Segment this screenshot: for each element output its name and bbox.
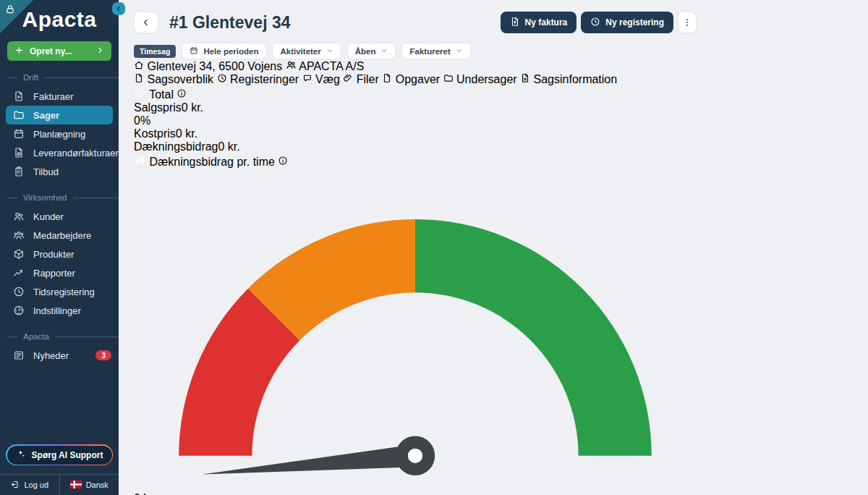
sidebar-item-tidsregistering[interactable]: Tidsregistering — [0, 282, 119, 301]
ai-support-button[interactable]: Spørg AI Support — [7, 446, 112, 465]
sidebar-item-planlaegning[interactable]: Planlægning — [0, 124, 119, 143]
clock-icon — [13, 286, 25, 297]
card-title: Total — [149, 88, 174, 101]
new-invoice-button[interactable]: Ny faktura — [501, 12, 577, 33]
tab-sagsoverblik[interactable]: Sagsoverblik — [134, 73, 217, 85]
sidebar-item-leverandorfakturaer[interactable]: Leverandørfakturaer — [0, 143, 119, 162]
tab-label: Væg — [315, 73, 340, 85]
logout-button[interactable]: Log ud — [0, 475, 60, 495]
sidebar-item-label: Leverandørfakturaer — [33, 148, 119, 158]
sidebar-item-sager[interactable]: Sager — [6, 106, 113, 124]
tab-label: Sagsinformation — [534, 73, 618, 85]
info-doc-icon — [520, 73, 530, 85]
activities-label: Aktiviteter — [280, 47, 320, 56]
card-daekningsbidrag-pr-time: Dækningsbidrag pr. time 0 kr. — [134, 153, 697, 495]
employees-icon — [13, 229, 25, 241]
more-options-button[interactable] — [678, 12, 697, 33]
nav-list-virksomhed: Kunder Medarbejdere Produkter Rapporter … — [0, 207, 119, 320]
home-icon — [134, 60, 144, 72]
period-label: Hele perioden — [203, 47, 258, 56]
page-header: #1 Glentevej 34 Ny faktura Ny registerin… — [134, 12, 697, 33]
create-new-label: Opret ny... — [30, 46, 90, 56]
tab-vaeg[interactable]: Væg — [302, 73, 344, 85]
tab-sagsinformation[interactable]: Sagsinformation — [520, 73, 617, 85]
customers-icon — [13, 211, 25, 222]
tab-undersager[interactable]: Undersager — [443, 73, 521, 85]
company-icon — [286, 60, 297, 72]
box-icon — [13, 248, 25, 260]
company-item: APACTA A/S — [286, 60, 365, 72]
ai-support-border: Spørg AI Support — [6, 444, 113, 465]
filter-row: Timesag Hele perioden Aktiviteter Åben F… — [134, 43, 697, 59]
settings-icon — [13, 305, 25, 316]
sidebar-item-label: Sager — [33, 110, 59, 121]
progress-percent: 0% — [134, 114, 697, 127]
sidebar-item-produkter[interactable]: Produkter — [0, 245, 119, 263]
task-doc-icon — [382, 73, 392, 85]
create-new-button[interactable]: Opret ny... — [7, 41, 111, 61]
clipboard-icon — [13, 166, 25, 177]
address-text: Glentevej 34, 6500 Vojens — [147, 60, 282, 72]
page-title: #1 Glentevej 34 — [169, 13, 291, 33]
sidebar-item-rapporter[interactable]: Rapporter — [0, 263, 119, 282]
calendar-icon — [13, 128, 25, 140]
back-button[interactable] — [134, 12, 158, 33]
info-icon[interactable] — [176, 88, 187, 101]
folder-icon — [13, 109, 25, 121]
sidebar-item-label: Tidsregistering — [33, 287, 95, 297]
invoiced-label: Faktureret — [409, 47, 450, 56]
company-text: APACTA A/S — [299, 60, 364, 72]
tab-label: Sagsoverblik — [147, 73, 213, 85]
sidebar-item-nyheder[interactable]: Nyheder 3 — [0, 346, 119, 365]
sidebar-item-label: Planlægning — [33, 129, 85, 140]
gauge-value: 0 kr. — [134, 492, 697, 495]
tab-label: Undersager — [456, 73, 517, 85]
app-window: Apacta Opret ny... Drift Fakturaer Sager… — [0, 0, 868, 495]
sidebar-item-kunder[interactable]: Kunder — [0, 207, 119, 226]
danish-flag-icon — [70, 481, 82, 490]
trend-icon — [13, 267, 25, 279]
logout-label: Log ud — [24, 481, 48, 489]
ai-support-label: Spørg AI Support — [32, 450, 103, 460]
language-button[interactable]: Dansk — [60, 475, 119, 495]
section-apacta: Apacta — [0, 332, 119, 341]
chevron-down-icon — [380, 47, 388, 56]
sidebar-item-indstillinger[interactable]: Indstillinger — [0, 301, 119, 320]
sidebar-item-label: Medarbejdere — [33, 230, 91, 241]
address-item: Glentevej 34, 6500 Vojens — [134, 60, 286, 72]
new-registration-button[interactable]: Ny registering — [581, 12, 673, 33]
tab-label: Filer — [357, 73, 379, 85]
kpi-card-grid: $ Total Salgspris0 kr. 0% Kostpris0 kr. … — [134, 86, 697, 495]
card-title: Dækningsbidrag pr. time — [149, 156, 274, 168]
period-chip[interactable]: Hele perioden — [182, 43, 266, 59]
stat-value: 0 kr. — [176, 127, 197, 140]
sidebar-item-medarbejdere[interactable]: Medarbejdere — [0, 226, 119, 245]
invoiced-select[interactable]: Faktureret — [401, 43, 470, 59]
activities-select[interactable]: Aktiviteter — [272, 43, 341, 59]
sidebar-item-tilbud[interactable]: Tilbud — [0, 162, 119, 181]
tab-registeringer[interactable]: Registeringer — [217, 73, 302, 85]
info-icon[interactable] — [278, 156, 288, 168]
sidebar-item-label: Fakturaer — [33, 91, 74, 102]
tab-opgaver[interactable]: Opgaver — [382, 73, 443, 85]
sidebar-item-label: Kunder — [33, 211, 64, 222]
tab-bar: Sagsoverblik Registeringer Væg Filer Opg… — [134, 73, 697, 86]
sparkles-icon — [16, 449, 26, 461]
sidebar: Apacta Opret ny... Drift Fakturaer Sager… — [0, 0, 119, 495]
section-title: Drift — [23, 73, 38, 82]
chevron-down-icon — [456, 47, 463, 56]
stat-value: 0 kr. — [218, 140, 240, 153]
sidebar-item-label: Produkter — [33, 249, 74, 260]
logout-icon — [10, 480, 20, 491]
calendar-icon — [190, 46, 198, 56]
lock-icon — [5, 4, 15, 17]
sidebar-item-label: Rapporter — [33, 268, 75, 279]
status-select[interactable]: Åben — [347, 43, 396, 59]
bar-chart-icon — [134, 156, 146, 168]
paperclip-icon — [343, 73, 353, 85]
sidebar-collapse-button[interactable] — [112, 2, 125, 15]
nav-list-apacta: Nyheder 3 — [0, 346, 119, 365]
chevron-right-icon — [96, 46, 104, 56]
tab-filer[interactable]: Filer — [343, 73, 382, 85]
sidebar-item-fakturaer[interactable]: Fakturaer — [0, 87, 119, 106]
